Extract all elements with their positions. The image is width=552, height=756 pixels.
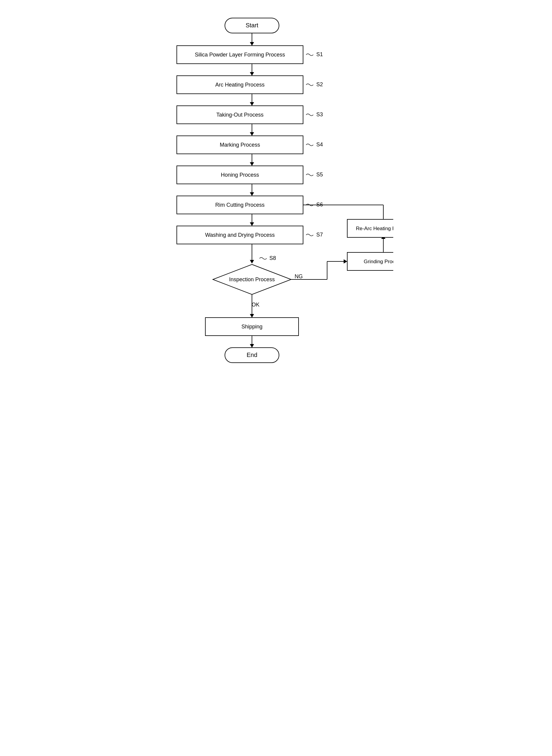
s1-step: S1 — [316, 51, 323, 57]
svg-marker-11 — [250, 132, 254, 136]
s8-label: Inspection Process — [229, 276, 275, 282]
svg-marker-2 — [250, 42, 254, 46]
svg-marker-26 — [250, 314, 254, 318]
svg-marker-29 — [250, 344, 254, 348]
ok-label: OK — [252, 302, 260, 308]
s1-label: Silica Powder Layer Forming Process — [195, 52, 285, 58]
svg-marker-5 — [250, 72, 254, 76]
svg-marker-14 — [250, 162, 254, 166]
s3-step: S3 — [316, 112, 323, 118]
s4-step: S4 — [316, 142, 323, 148]
s6-label: Rim Cutting Process — [215, 202, 265, 208]
svg-marker-34 — [343, 259, 347, 263]
s7-step: S7 — [316, 232, 323, 238]
svg-marker-8 — [250, 102, 254, 106]
end-label: End — [247, 352, 257, 358]
svg-marker-23 — [250, 260, 254, 263]
s2-step: S2 — [316, 81, 323, 87]
s10-label: Re-Arc Heating Process — [356, 226, 393, 231]
s7-label: Washing and Drying Process — [205, 232, 275, 238]
s2-label: Arc Heating Process — [215, 82, 265, 88]
s5-step: S5 — [316, 172, 323, 178]
svg-marker-17 — [250, 192, 254, 196]
svg-marker-20 — [250, 222, 254, 226]
s4-label: Marking Process — [220, 142, 260, 148]
start-label: Start — [246, 22, 259, 28]
s3-label: Taking-Out Process — [216, 112, 263, 118]
flowchart: Start Silica Powder Layer Forming Proces… — [159, 12, 393, 674]
s5-label: Honing Process — [221, 172, 259, 178]
shipping-label: Shipping — [242, 324, 263, 330]
ng-label: NG — [295, 273, 303, 279]
s9-label: Grinding Process — [364, 259, 393, 264]
s8-step: S8 — [269, 255, 276, 261]
